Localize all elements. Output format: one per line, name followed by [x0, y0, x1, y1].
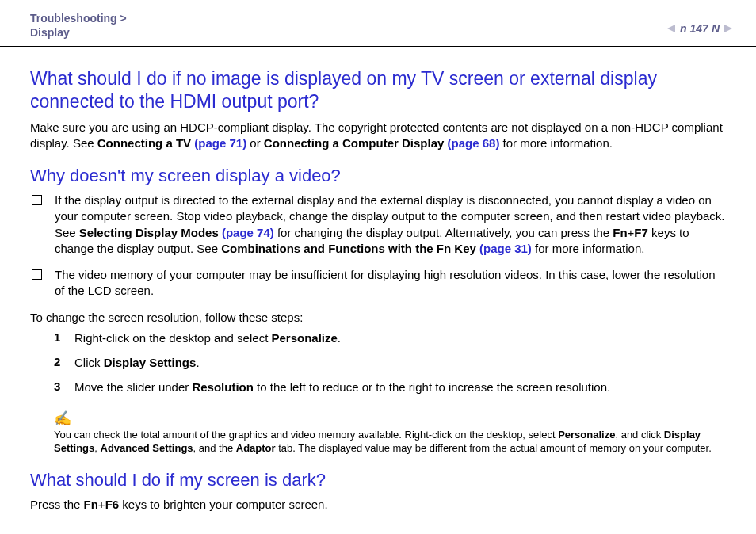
bold-term: Personalize [271, 331, 337, 345]
bullet1-text: If the display output is directed to the… [55, 193, 726, 257]
text: , and click [615, 429, 663, 441]
bold-term: Adaptor [236, 442, 276, 454]
page-header: Troubleshooting > Display n 147 N [0, 0, 756, 47]
page-num-letter-n: n [680, 22, 687, 35]
text: Click [74, 356, 104, 369]
note-block: ✍ You can check the total amount of the … [30, 410, 726, 456]
text: tab. The displayed value may be differen… [276, 442, 712, 454]
heading-no-video: Why doesn't my screen display a video? [30, 166, 726, 186]
text: for more information. [499, 136, 613, 150]
page-num-letter-N: N [712, 22, 720, 35]
key-fn: Fn [613, 226, 627, 239]
page-number-nav: n 147 N [667, 22, 732, 35]
text: Move the slider under [74, 380, 192, 394]
step-text: Move the slider under Resolution to the … [74, 380, 610, 395]
next-page-icon[interactable] [724, 25, 732, 32]
text: , [94, 442, 100, 454]
square-bullet-icon [32, 195, 42, 205]
steps-list: 1 Right-click on the desktop and select … [54, 330, 726, 400]
step-text: Right-click on the desktop and select Pe… [74, 330, 341, 346]
text: , and the [193, 442, 236, 454]
text: for more information. [532, 242, 645, 255]
link-connecting-tv-label: Connecting a TV [97, 136, 195, 150]
text: + [98, 498, 105, 511]
step-number: 2 [54, 355, 74, 375]
breadcrumb-section: Troubleshooting > [30, 12, 127, 25]
bold-term: Personalize [558, 429, 615, 441]
text: Press the [30, 498, 84, 511]
step-text: Click Display Settings. [74, 355, 200, 371]
page-content: What should I do if no image is displaye… [0, 47, 756, 513]
page-number: 147 [690, 22, 708, 35]
step-item: 3 Move the slider under Resolution to th… [54, 380, 726, 399]
key-f7: F7 [634, 226, 648, 239]
text: You can check the total amount of the gr… [54, 429, 558, 441]
text: . [196, 356, 199, 369]
link-display-modes[interactable]: (page 74) [222, 226, 274, 239]
breadcrumb[interactable]: Troubleshooting > Display [30, 11, 127, 40]
text: or [246, 136, 264, 150]
text: for changing the display output. Alterna… [274, 226, 613, 239]
link-connecting-tv[interactable]: (page 71) [194, 136, 246, 150]
heading-hdmi-no-image: What should I do if no image is displaye… [30, 67, 726, 113]
step-item: 2 Click Display Settings. [54, 355, 726, 375]
square-bullet-icon [32, 269, 42, 280]
link-fn-key-label: Combinations and Functions with the Fn K… [221, 242, 479, 255]
list-item: If the display output is directed to the… [30, 193, 726, 261]
para-screen-dark-answer: Press the Fn+F6 keys to brighten your co… [30, 497, 726, 513]
link-connecting-display[interactable]: (page 68) [448, 136, 500, 150]
text: Right-click on the desktop and select [74, 331, 271, 345]
bold-term: Advanced Settings [101, 442, 193, 454]
step-number: 1 [54, 330, 74, 350]
note-text: You can check the total amount of the gr… [54, 428, 726, 456]
text: keys to brighten your computer screen. [119, 498, 327, 511]
text: . [338, 331, 341, 345]
step-number: 3 [54, 380, 74, 399]
breadcrumb-current: Display [30, 26, 70, 39]
bullet2-text: The video memory of your computer may be… [55, 267, 726, 299]
step-item: 1 Right-click on the desktop and select … [54, 330, 726, 350]
key-f6: F6 [105, 498, 120, 511]
text: to the left to reduce or to the right to… [254, 380, 610, 394]
bold-term: Display Settings [104, 356, 197, 369]
para-hdmi-answer: Make sure you are using an HDCP-complian… [30, 120, 726, 152]
link-connecting-display-label: Connecting a Computer Display [264, 136, 448, 150]
link-fn-key[interactable]: (page 31) [479, 242, 532, 255]
note-icon: ✍ [54, 410, 726, 427]
prev-page-icon[interactable] [667, 25, 675, 32]
link-display-modes-label: Selecting Display Modes [79, 226, 222, 239]
list-item: The video memory of your computer may be… [30, 267, 726, 303]
heading-screen-dark: What should I do if my screen is dark? [30, 470, 726, 490]
key-fn: Fn [84, 498, 98, 511]
bold-term: Resolution [192, 380, 254, 394]
bullet-list: If the display output is directed to the… [30, 193, 726, 303]
steps-intro: To change the screen resolution, follow … [30, 310, 726, 326]
